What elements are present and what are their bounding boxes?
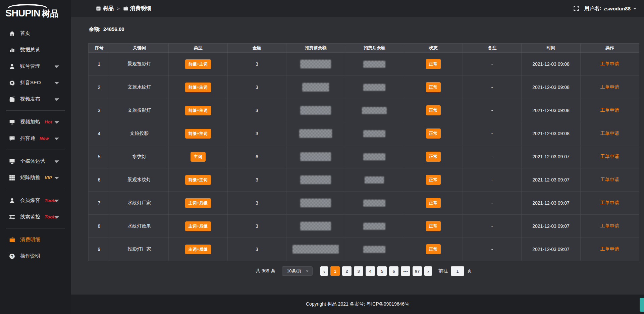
- cell-index: 2: [89, 76, 110, 99]
- sidebar-item-data-overview[interactable]: 数据总览: [0, 42, 71, 58]
- sidebar-item-label: 视频发布: [20, 96, 40, 102]
- main-column: 树品 > 消费明细 用户名: zswodun88 余额: 24: [71, 0, 644, 314]
- sidebar-item-douketong[interactable]: 抖客通New: [0, 130, 71, 147]
- logo-arc: [8, 4, 47, 8]
- pager-ellipsis[interactable]: •••: [401, 266, 410, 276]
- cell-time: 2021-12-03 09:07: [522, 192, 580, 215]
- cell-amount: 3: [227, 76, 286, 99]
- sidebar-item-douyin-seo[interactable]: 抖音SEO: [0, 74, 71, 91]
- brand-logo[interactable]: SHUPIN 树品: [0, 0, 71, 20]
- type-badge: 前缀+主词: [185, 129, 211, 139]
- breadcrumb-current[interactable]: 消费明细: [123, 5, 152, 12]
- page-button[interactable]: 1: [330, 266, 340, 276]
- breadcrumb-root[interactable]: 树品: [96, 5, 114, 12]
- cell-time: 2021-12-03 09:08: [522, 122, 580, 145]
- redacted-balance-before: [300, 60, 331, 68]
- cell-type: 前缀+主词: [169, 53, 227, 76]
- cell-status: 正常: [404, 192, 463, 215]
- svg-text:?: ?: [11, 254, 13, 258]
- page-button[interactable]: 6: [389, 266, 398, 276]
- work-order-link[interactable]: 工单申请: [600, 246, 619, 252]
- cell-action: 工单申请: [580, 215, 639, 238]
- cell-balance-before: [286, 76, 345, 99]
- sidebar-item-consume-detail[interactable]: 消费明细: [0, 231, 71, 248]
- work-order-link[interactable]: 工单申请: [600, 154, 619, 159]
- redacted-balance-before: [292, 245, 339, 254]
- brand-name-en: SHUPIN: [5, 8, 40, 19]
- column-header: 状态: [404, 44, 463, 53]
- redacted-balance-after: [363, 200, 385, 207]
- cell-keyword: 水纹灯厂家: [110, 192, 169, 215]
- work-order-link[interactable]: 工单申请: [600, 130, 619, 136]
- user-menu[interactable]: 用户名: zswodun88: [584, 5, 637, 12]
- work-order-link[interactable]: 工单申请: [600, 223, 619, 228]
- copyright-text: Copyright 树品 2021 备案号: 粤ICP备09019646号: [306, 301, 409, 307]
- sidebar-item-clue-monitor[interactable]: 线索监控Tools: [0, 209, 71, 225]
- brand-name-cn: 树品: [42, 8, 59, 19]
- cell-amount: 3: [227, 53, 286, 76]
- cell-balance-before: [286, 99, 345, 122]
- floating-service-widget[interactable]: [640, 298, 644, 312]
- page-button[interactable]: 97: [413, 266, 422, 276]
- cell-index: 8: [89, 215, 110, 238]
- cell-time: 2021-12-03 09:07: [522, 145, 580, 168]
- chevron-down-icon: [54, 119, 60, 125]
- prev-page-button[interactable]: ‹: [320, 266, 328, 276]
- goto-page-input[interactable]: [451, 266, 464, 276]
- user-icon: [9, 198, 15, 204]
- user-icon: [9, 63, 15, 69]
- chevron-down-icon: [54, 175, 60, 181]
- status-badge: 正常: [426, 59, 441, 69]
- page-button[interactable]: 4: [366, 266, 375, 276]
- cell-action: 工单申请: [580, 168, 639, 192]
- type-badge: 主词+后缀: [185, 245, 211, 254]
- pager-total: 共 969 条: [256, 268, 275, 274]
- sidebar-item-video-heat[interactable]: 视频加热Hot: [0, 114, 71, 130]
- work-order-link[interactable]: 工单申请: [600, 61, 619, 66]
- cell-time: 2021-12-03 09:08: [522, 76, 580, 99]
- sidebar-item-matrix-boost[interactable]: 矩阵助推VIP: [0, 169, 71, 186]
- page-button[interactable]: 2: [342, 266, 352, 276]
- sidebar-item-video-publish[interactable]: 视频发布: [0, 91, 71, 107]
- page-size-select[interactable]: 10条/页: [282, 266, 313, 276]
- balance-value: 24856.00: [103, 26, 124, 33]
- sidebar-item-home[interactable]: 首页: [0, 25, 71, 42]
- sidebar-item-operation-guide[interactable]: ?操作说明: [0, 248, 71, 264]
- redacted-balance-after: [365, 176, 384, 184]
- page-button[interactable]: 3: [354, 266, 363, 276]
- cell-type: 主词: [169, 145, 227, 168]
- cell-action: 工单申请: [580, 238, 639, 261]
- cell-status: 正常: [404, 145, 463, 168]
- cell-amount: 3: [227, 215, 286, 238]
- cell-balance-before: [286, 122, 345, 145]
- page-button[interactable]: 5: [377, 266, 387, 276]
- work-order-link[interactable]: 工单申请: [600, 177, 619, 182]
- breadcrumb-current-label: 消费明细: [130, 5, 152, 12]
- type-badge: 前缀+主词: [185, 175, 211, 185]
- sidebar-item-label: 首页: [20, 30, 30, 37]
- cell-status: 正常: [404, 53, 463, 76]
- sidebar-item-media-operation[interactable]: 全媒体运营: [0, 153, 71, 169]
- next-page-button[interactable]: ›: [424, 266, 432, 276]
- fullscreen-icon[interactable]: [574, 6, 579, 11]
- work-order-link[interactable]: 工单申请: [600, 84, 619, 90]
- cell-action: 工单申请: [580, 99, 639, 122]
- status-badge: 正常: [426, 175, 441, 185]
- chevron-down-icon: [54, 136, 60, 142]
- cell-time: 2021-12-03 09:07: [522, 215, 580, 238]
- sidebar-item-badge: New: [40, 136, 49, 141]
- sidebar-divider: [6, 150, 65, 150]
- cell-type: 前缀+主词: [169, 122, 227, 145]
- app-root: SHUPIN 树品 首页数据总览账号管理抖音SEO视频发布视频加热Hot抖客通N…: [0, 0, 644, 314]
- chat-icon: [9, 136, 15, 142]
- work-order-link[interactable]: 工单申请: [600, 107, 619, 113]
- home-icon: [9, 31, 15, 37]
- work-order-link[interactable]: 工单申请: [600, 200, 619, 205]
- sidebar-item-account-manage[interactable]: 账号管理: [0, 58, 71, 74]
- sidebar-item-label: 会员爆客: [20, 197, 40, 204]
- cell-index: 9: [89, 238, 110, 261]
- chevron-down-icon: [54, 214, 60, 220]
- cell-status: 正常: [404, 215, 463, 238]
- chevron-down-icon: [54, 96, 60, 102]
- sidebar-item-member-burst[interactable]: 会员爆客Tools: [0, 192, 71, 209]
